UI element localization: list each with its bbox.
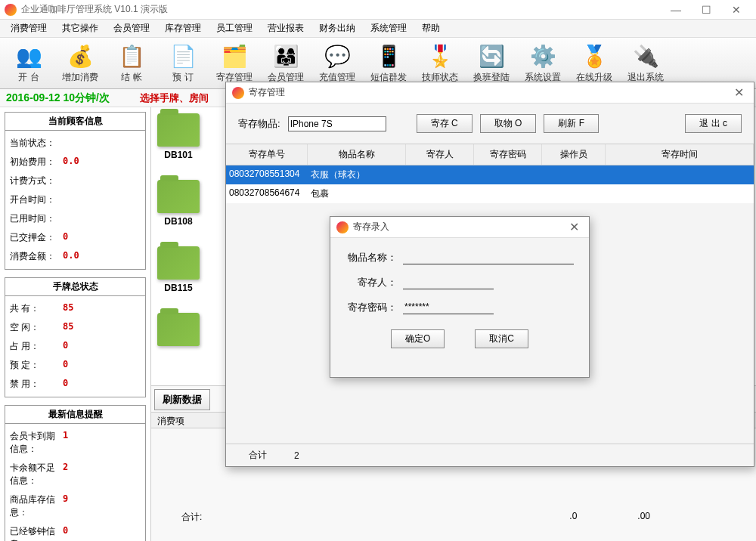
toolbar-icon: 👨‍👩‍👧	[272, 42, 299, 70]
minimize-button[interactable]: —	[661, 1, 691, 19]
cell-name: 包裹	[308, 184, 406, 203]
toolbar-在线升级[interactable]: 🏅在线升级	[569, 39, 620, 87]
folder-icon[interactable]	[157, 246, 200, 280]
entry-dialog-titlebar[interactable]: 寄存录入 ✕	[330, 217, 589, 238]
cell-name: 衣服（球衣）	[308, 165, 406, 184]
toolbar-会员管理[interactable]: 👨‍👩‍👧会员管理	[260, 39, 311, 87]
entry-item-input[interactable]	[403, 250, 574, 264]
entry-person-input[interactable]	[403, 275, 494, 289]
info-row: 计费方式：	[10, 172, 141, 190]
toolbar-icon: 📄	[169, 42, 197, 70]
storage-dialog-title: 寄存管理	[249, 86, 730, 99]
toolbar-icon: 💬	[324, 42, 351, 70]
total-v1: .0	[569, 511, 577, 524]
toolbar-开 台[interactable]: 👥开 台	[3, 39, 54, 87]
entry-pass-input[interactable]	[403, 300, 494, 314]
toolbar-系统设置[interactable]: ⚙️系统设置	[517, 39, 569, 87]
info-row: 空 闲：85	[10, 318, 141, 337]
info-label: 已用时间：	[10, 212, 63, 225]
toolbar-短信群发[interactable]: 📱短信群发	[363, 39, 414, 87]
cancel-button[interactable]: 取消C	[475, 329, 528, 348]
storage-item-input[interactable]	[288, 116, 386, 131]
folder-icon[interactable]	[157, 313, 200, 346]
menu-系统管理[interactable]: 系统管理	[363, 20, 414, 37]
storage-dialog-close-icon[interactable]: ✕	[730, 85, 748, 100]
col-id[interactable]: 寄存单号	[226, 144, 308, 165]
toolbar-换班登陆[interactable]: 🔄换班登陆	[466, 39, 517, 87]
toolbar-退出系统[interactable]: 🔌退出系统	[620, 39, 671, 87]
folder-icon[interactable]	[157, 180, 200, 213]
toolbar-预 订[interactable]: 📄预 订	[157, 39, 209, 87]
info-label: 已经够钟信息：	[10, 525, 63, 541]
refresh-button[interactable]: 刷新 F	[544, 114, 599, 133]
info-value: 85	[63, 302, 73, 315]
menu-财务出纳[interactable]: 财务出纳	[311, 20, 363, 37]
toolbar-增加消费[interactable]: 💰增加消费	[54, 39, 106, 87]
toolbar-充值管理[interactable]: 💬充值管理	[311, 39, 363, 87]
info-label: 会员卡到期信息：	[10, 430, 63, 456]
toolbar-label: 结 帐	[121, 71, 141, 84]
toolbar-结 帐[interactable]: 📋结 帐	[106, 39, 157, 87]
customer-panel: 当前顾客信息 当前状态：初始费用：0.0计费方式：开台时间：已用时间：已交押金：…	[5, 112, 146, 270]
toolbar-技师状态[interactable]: 🎖️技师状态	[414, 39, 466, 87]
col-operator[interactable]: 操作员	[542, 144, 606, 165]
menubar: 消费管理其它操作会员管理库存管理员工管理营业报表财务出纳系统管理帮助	[0, 20, 756, 38]
menu-营业报表[interactable]: 营业报表	[260, 20, 311, 37]
info-label: 占 用：	[10, 340, 63, 353]
status-message: 选择手牌、房间	[140, 91, 209, 105]
info-label: 当前状态：	[10, 137, 63, 150]
col-password[interactable]: 寄存密码	[474, 144, 542, 165]
sidebar: 当前顾客信息 当前状态：初始费用：0.0计费方式：开台时间：已用时间：已交押金：…	[0, 107, 151, 541]
table-row[interactable]: 08032708564674包裹	[226, 184, 754, 203]
info-label: 计费方式：	[10, 175, 63, 187]
take-button[interactable]: 取物 O	[480, 114, 537, 133]
menu-库存管理[interactable]: 库存管理	[157, 20, 209, 37]
table-header: 寄存单号 物品名称 寄存人 寄存密码 操作员 寄存时间	[226, 144, 754, 165]
info-row: 初始费用：0.0	[10, 153, 141, 172]
toolbar-icon: 📋	[118, 42, 145, 70]
footer-count: 2	[294, 450, 299, 461]
info-row: 商品库存信息：9	[10, 490, 141, 522]
menu-会员管理[interactable]: 会员管理	[106, 20, 157, 37]
col-person[interactable]: 寄存人	[406, 144, 474, 165]
entry-dialog-close-icon[interactable]: ✕	[565, 220, 583, 234]
folder-icon[interactable]	[157, 113, 200, 147]
toolbar-icon: 📱	[375, 42, 402, 70]
close-button[interactable]: ✕	[721, 1, 751, 19]
menu-员工管理[interactable]: 员工管理	[209, 20, 260, 37]
info-value: 0	[63, 359, 68, 372]
store-button[interactable]: 寄存 C	[417, 114, 472, 133]
toolbar-label: 增加消费	[62, 71, 98, 84]
col-time[interactable]: 寄存时间	[606, 144, 754, 165]
toolbar-icon: 🔄	[478, 42, 505, 70]
info-value: 0	[63, 378, 68, 391]
menu-其它操作[interactable]: 其它操作	[54, 20, 106, 37]
entry-dialog: 寄存录入 ✕ 物品名称： 寄存人： 寄存密码： 确定O 取消C	[330, 216, 590, 378]
exit-button[interactable]: 退 出 c	[685, 114, 742, 133]
info-label: 卡余额不足信息：	[10, 462, 63, 487]
toolbar-icon: 👥	[15, 42, 42, 70]
menu-帮助[interactable]: 帮助	[414, 20, 448, 37]
toolbar-寄存管理[interactable]: 🗂️寄存管理	[209, 39, 260, 87]
info-row: 已经够钟信息：0	[10, 522, 141, 541]
info-label: 预 定：	[10, 359, 63, 372]
table-row[interactable]: 08032708551304衣服（球衣）	[226, 165, 754, 184]
maximize-button[interactable]: ☐	[691, 1, 721, 19]
info-label: 已交押金：	[10, 231, 63, 244]
ok-button[interactable]: 确定O	[391, 329, 445, 348]
alert-panel: 最新信息提醒 会员卡到期信息：1卡余额不足信息：2商品库存信息：9已经够钟信息：…	[5, 405, 146, 541]
hand-panel-title: 手牌总状态	[5, 278, 145, 296]
info-value: 0	[63, 340, 68, 353]
info-row: 已交押金：0	[10, 228, 141, 247]
info-row: 卡余额不足信息：2	[10, 459, 141, 490]
col-name[interactable]: 物品名称	[308, 144, 406, 165]
entry-dialog-title: 寄存录入	[353, 221, 565, 233]
menu-消费管理[interactable]: 消费管理	[3, 20, 54, 37]
toolbar-label: 预 订	[172, 71, 193, 84]
storage-footer: 合计 2	[226, 444, 754, 466]
refresh-data-button[interactable]: 刷新数据	[154, 389, 210, 410]
info-label: 共 有：	[10, 302, 63, 315]
info-row: 当前状态：	[10, 134, 141, 153]
info-label: 禁 用：	[10, 378, 63, 391]
storage-dialog-titlebar[interactable]: 寄存管理 ✕	[226, 82, 754, 104]
